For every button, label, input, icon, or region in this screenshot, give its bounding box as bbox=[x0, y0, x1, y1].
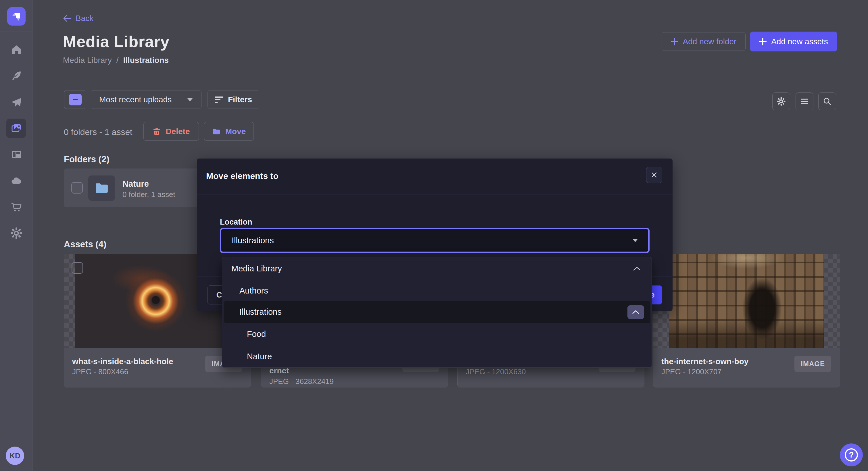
search-icon bbox=[822, 97, 832, 106]
dropdown-option-authors[interactable]: Authors bbox=[222, 280, 652, 301]
folder-name: Nature bbox=[122, 179, 149, 189]
close-icon bbox=[651, 172, 657, 178]
option-label: Food bbox=[247, 329, 266, 339]
strapi-logo[interactable] bbox=[7, 7, 26, 26]
delete-label: Delete bbox=[165, 127, 190, 136]
cloud-icon bbox=[10, 175, 23, 187]
asset-meta: JPEG - 800X466 bbox=[72, 367, 128, 376]
selection-summary: 0 folders - 1 asset bbox=[64, 127, 132, 137]
breadcrumb-current: Illustrations bbox=[123, 56, 169, 65]
breadcrumb-separator: / bbox=[116, 56, 119, 65]
layout-icon bbox=[10, 148, 23, 161]
asset-name: the-internet-s-own-boy bbox=[661, 357, 748, 366]
feather-icon bbox=[10, 69, 23, 82]
chevron-up-icon[interactable] bbox=[632, 264, 641, 273]
user-avatar[interactable]: KD bbox=[6, 446, 24, 465]
strapi-logo-icon bbox=[11, 11, 22, 22]
list-icon bbox=[800, 97, 809, 106]
location-value: Illustrations bbox=[232, 236, 274, 245]
asset-meta: JPEG - 1200X630 bbox=[466, 367, 526, 376]
help-button[interactable]: ? bbox=[840, 443, 863, 466]
breadcrumb: Media Library / Illustrations bbox=[63, 56, 169, 65]
filters-button[interactable]: Filters bbox=[208, 90, 259, 109]
sidebar-item-home[interactable] bbox=[10, 43, 23, 56]
view-settings-button[interactable] bbox=[772, 93, 790, 110]
location-label: Location bbox=[220, 218, 252, 227]
plus-icon bbox=[759, 38, 767, 45]
chevron-down-icon bbox=[187, 98, 193, 101]
option-label: Media Library bbox=[231, 264, 282, 273]
indeterminate-checkbox-icon bbox=[69, 94, 82, 105]
sort-select[interactable]: Most recent uploads bbox=[91, 90, 202, 109]
delete-button[interactable]: Delete bbox=[144, 122, 199, 141]
folder-icon bbox=[95, 182, 108, 194]
question-mark-icon: ? bbox=[845, 448, 858, 462]
plus-icon bbox=[671, 38, 678, 45]
library-photo-image bbox=[669, 254, 824, 348]
dropdown-option-media-library[interactable]: Media Library bbox=[222, 257, 652, 280]
sidebar-item-content-manager[interactable] bbox=[10, 148, 23, 161]
sidebar-item-releases[interactable] bbox=[10, 96, 23, 109]
asset-meta: JPEG - 3628X2419 bbox=[269, 377, 334, 386]
back-arrow-icon bbox=[63, 15, 71, 22]
folder-thumbnail bbox=[88, 175, 115, 201]
back-link[interactable]: Back bbox=[63, 14, 93, 23]
paper-plane-icon bbox=[10, 96, 23, 108]
filters-label: Filters bbox=[228, 95, 252, 104]
cart-icon bbox=[10, 201, 23, 213]
sidebar-item-content[interactable] bbox=[10, 69, 23, 82]
sidebar-item-cloud[interactable] bbox=[10, 174, 23, 188]
folder-checkbox[interactable] bbox=[71, 182, 83, 194]
sidebar-item-media-library-active[interactable] bbox=[6, 119, 26, 138]
chevron-up-icon bbox=[632, 310, 640, 314]
move-label: Move bbox=[225, 127, 246, 136]
sidebar: KD bbox=[0, 0, 32, 471]
folder-icon bbox=[212, 127, 221, 136]
asset-name: what-s-inside-a-black-hole bbox=[72, 357, 173, 366]
dropdown-option-nature[interactable]: Nature bbox=[222, 345, 652, 368]
add-assets-label: Add new assets bbox=[771, 37, 828, 46]
gear-icon bbox=[776, 97, 786, 106]
option-label: Illustrations bbox=[240, 307, 282, 317]
assets-heading: Assets (4) bbox=[64, 239, 106, 249]
collapse-illustrations-button[interactable] bbox=[627, 305, 644, 319]
sidebar-divider bbox=[0, 32, 32, 32]
sort-value: Most recent uploads bbox=[99, 95, 172, 104]
filter-icon bbox=[215, 97, 223, 103]
location-dropdown: Media Library Authors Illustrations Food… bbox=[222, 257, 652, 368]
modal-title: Move elements to bbox=[206, 171, 279, 181]
asset-meta: JPEG - 1200X707 bbox=[661, 367, 722, 376]
option-label: Nature bbox=[247, 352, 272, 361]
list-view-button[interactable] bbox=[796, 93, 813, 110]
modal-close-button[interactable] bbox=[646, 167, 662, 183]
search-button[interactable] bbox=[818, 93, 836, 110]
gear-icon bbox=[10, 227, 23, 239]
asset-type-badge: IMAGE bbox=[795, 356, 831, 372]
page-title: Media Library bbox=[63, 32, 169, 51]
trash-icon bbox=[152, 127, 161, 136]
folders-heading: Folders (2) bbox=[64, 154, 109, 165]
asset-checkbox[interactable] bbox=[71, 262, 83, 274]
breadcrumb-root[interactable]: Media Library bbox=[63, 56, 112, 65]
move-button[interactable]: Move bbox=[204, 122, 254, 141]
sidebar-item-marketplace[interactable] bbox=[10, 200, 23, 214]
select-all-checkbox[interactable] bbox=[64, 90, 86, 109]
dropdown-option-illustrations[interactable]: Illustrations bbox=[222, 301, 652, 323]
add-new-assets-button[interactable]: Add new assets bbox=[750, 32, 837, 52]
back-label: Back bbox=[75, 14, 93, 23]
folder-meta: 0 folder, 1 asset bbox=[122, 190, 175, 199]
option-label: Authors bbox=[240, 286, 268, 296]
media-library-icon bbox=[9, 122, 23, 135]
dropdown-option-food[interactable]: Food bbox=[222, 323, 652, 345]
add-folder-label: Add new folder bbox=[683, 37, 737, 46]
location-select[interactable]: Illustrations bbox=[220, 228, 650, 253]
media-library-screen: KD Back Media Library Media Library / Il… bbox=[0, 0, 868, 471]
add-new-folder-button[interactable]: Add new folder bbox=[662, 32, 746, 51]
home-icon bbox=[10, 43, 23, 56]
asset-card[interactable]: the-internet-s-own-boy JPEG - 1200X707 I… bbox=[653, 254, 840, 388]
chevron-down-icon bbox=[632, 239, 638, 242]
sidebar-item-settings[interactable] bbox=[10, 227, 23, 240]
